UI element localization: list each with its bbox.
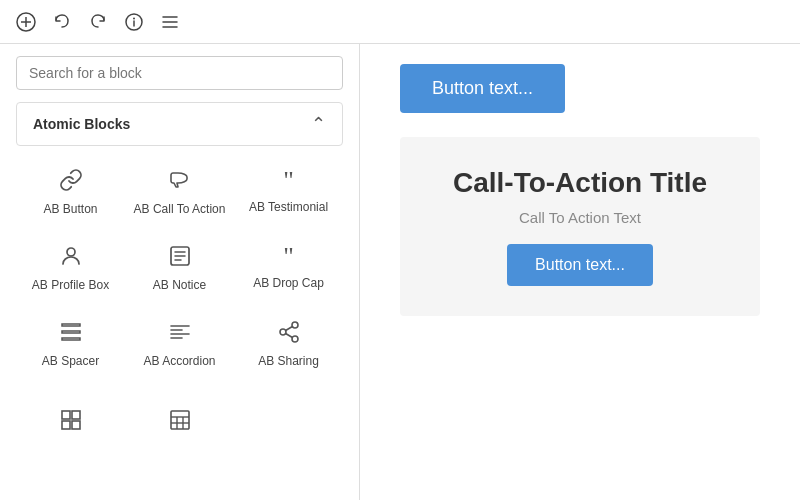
svg-line-24 [285, 334, 292, 338]
block-label-ab-sharing: AB Sharing [258, 354, 319, 368]
svg-rect-15 [62, 324, 80, 326]
block-item-ab-button[interactable]: AB Button [16, 154, 125, 230]
svg-rect-26 [62, 411, 70, 419]
section-title: Atomic Blocks [33, 116, 130, 132]
redo-button[interactable] [84, 8, 112, 36]
block-label-ab-notice: AB Notice [153, 278, 206, 292]
block-item-ab-accordion[interactable]: AB Accordion [125, 306, 234, 382]
atomic-blocks-section-header[interactable]: Atomic Blocks ⌃ [16, 102, 343, 146]
info-button[interactable] [120, 8, 148, 36]
block-item-grid-2[interactable] [125, 394, 234, 450]
svg-point-5 [133, 17, 135, 19]
svg-rect-14 [62, 331, 80, 333]
cta-title: Call-To-Action Title [440, 167, 720, 199]
notice-icon [168, 244, 192, 272]
block-item-ab-drop-cap[interactable]: " AB Drop Cap [234, 230, 343, 306]
accordion-icon [168, 320, 192, 348]
link-icon [59, 168, 83, 196]
svg-rect-16 [62, 338, 80, 340]
block-label-ab-spacer: AB Spacer [42, 354, 99, 368]
drop-cap-icon: " [283, 244, 294, 270]
block-grid: AB Button AB Call To Action " AB Testimo… [0, 146, 359, 390]
content-area: Button text... Call-To-Action Title Call… [360, 44, 800, 500]
block-label-ab-button: AB Button [43, 202, 97, 216]
menu-button[interactable] [156, 8, 184, 36]
add-block-button[interactable] [12, 8, 40, 36]
spacer-icon [59, 320, 83, 348]
svg-rect-28 [62, 421, 70, 429]
undo-button[interactable] [48, 8, 76, 36]
chevron-up-icon: ⌃ [311, 113, 326, 135]
cta-text: Call To Action Text [440, 209, 720, 226]
block-item-grid-1[interactable] [16, 394, 125, 450]
svg-rect-29 [72, 421, 80, 429]
svg-point-23 [292, 336, 298, 342]
top-button[interactable]: Button text... [400, 64, 565, 113]
block-label-ab-testimonial: AB Testimonial [249, 200, 328, 214]
search-container [0, 44, 359, 102]
block-item-ab-notice[interactable]: AB Notice [125, 230, 234, 306]
sidebar-panel: Atomic Blocks ⌃ AB Button [0, 44, 360, 500]
svg-rect-30 [171, 411, 189, 429]
grid-icon [59, 408, 83, 436]
person-icon [59, 244, 83, 272]
block-label-ab-accordion: AB Accordion [143, 354, 215, 368]
megaphone-icon [168, 168, 192, 196]
svg-point-9 [67, 248, 75, 256]
block-item-ab-testimonial[interactable]: " AB Testimonial [234, 154, 343, 230]
table-icon [168, 408, 192, 436]
cta-button[interactable]: Button text... [507, 244, 653, 286]
block-item-ab-sharing[interactable]: AB Sharing [234, 306, 343, 382]
block-item-ab-call-to-action[interactable]: AB Call To Action [125, 154, 234, 230]
block-label-ab-call-to-action: AB Call To Action [134, 202, 226, 216]
bottom-block-grid [0, 390, 359, 458]
svg-rect-27 [72, 411, 80, 419]
block-item-ab-profile-box[interactable]: AB Profile Box [16, 230, 125, 306]
block-label-ab-drop-cap: AB Drop Cap [253, 276, 324, 290]
toolbar [0, 0, 800, 44]
svg-point-21 [292, 322, 298, 328]
main-layout: Atomic Blocks ⌃ AB Button [0, 44, 800, 500]
quote-icon: " [283, 168, 294, 194]
svg-point-22 [280, 329, 286, 335]
search-input[interactable] [16, 56, 343, 90]
block-item-ab-spacer[interactable]: AB Spacer [16, 306, 125, 382]
svg-line-25 [285, 327, 292, 331]
sharing-icon [277, 320, 301, 348]
cta-box: Call-To-Action Title Call To Action Text… [400, 137, 760, 316]
block-label-ab-profile-box: AB Profile Box [32, 278, 109, 292]
